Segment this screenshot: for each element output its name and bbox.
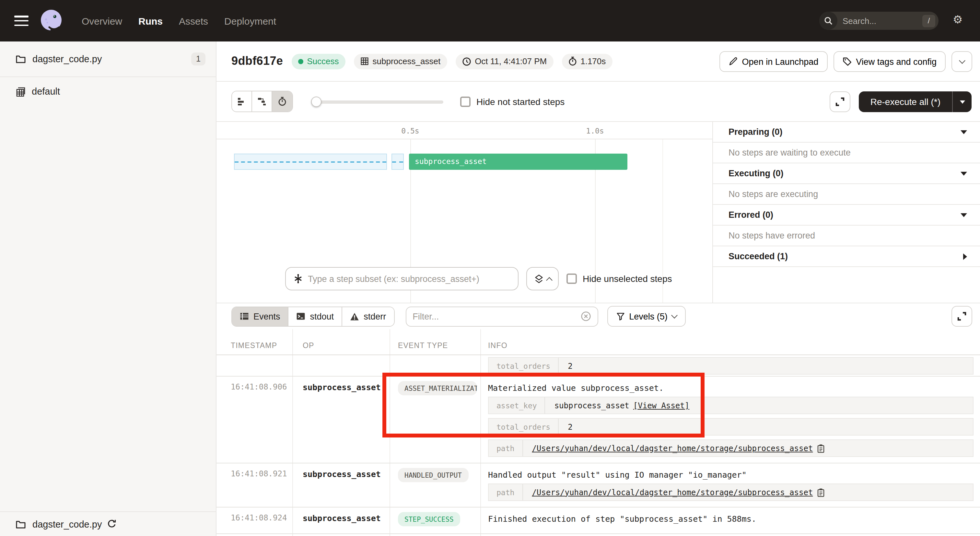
event-metadata: total_orders 2 [488,357,974,375]
view-asset-link[interactable]: [View Asset] [633,401,689,410]
view-timed-icon[interactable] [272,91,292,111]
sidebar-item-job-default[interactable]: default [0,77,216,106]
dagster-logo-icon[interactable] [39,8,64,33]
tab-events[interactable]: Events [232,307,289,326]
event-timestamp[interactable]: 16:41:08.924 [231,513,287,522]
log-view-tabs: Events stdout stderr [231,306,395,326]
event-timestamp[interactable]: 16:41:08.906 [231,382,287,391]
gantt-fullscreen-button[interactable] [830,91,850,112]
caret-icon [961,172,967,175]
events-toolbar: Events stdout stderr Filter... [216,303,980,329]
event-op: subprocess_asset [303,382,381,392]
step-status-section-header[interactable]: Succeeded (1) [713,246,980,267]
run-header: 9dbf617e Success subprocess_asset Oct 11… [216,41,980,82]
view-tags-config-button[interactable]: View tags and config [833,51,946,72]
metadata-value: subprocess_asset [555,401,629,410]
hide-unselected-checkbox[interactable]: Hide unselected steps [566,274,672,284]
primary-nav: Overview Runs Assets Deployment [82,15,276,26]
axis-tick: 0.5s [401,126,419,135]
nav-deployment[interactable]: Deployment [224,15,276,26]
run-header-more-button[interactable] [951,51,972,72]
gantt-step-bar[interactable]: subprocess_asset [409,154,627,170]
copy-icon[interactable] [817,488,825,497]
slider-knob[interactable] [311,96,321,107]
nav-assets[interactable]: Assets [179,15,208,26]
table-row: 16:41:08.924 subprocess_asset STEP_SUCCE… [216,507,980,534]
step-status-section-header[interactable]: Preparing (0) [713,122,980,143]
copy-icon[interactable] [817,444,825,453]
events-section: Events stdout stderr Filter... [216,303,980,536]
tab-stderr[interactable]: stderr [342,307,394,326]
tab-stdout[interactable]: stdout [289,307,342,326]
reload-icon[interactable] [107,519,117,529]
metadata-row: total_orders 2 [488,418,974,436]
sidebar-job-label: default [32,86,60,97]
log-filter-input[interactable]: Filter... [406,306,598,326]
nav-runs[interactable]: Runs [138,15,163,26]
step-status-empty-text: No steps are waiting to execute [713,143,980,163]
step-status-empty-text: No steps are executing [713,184,980,205]
search-input[interactable]: Search... / [819,12,939,30]
run-target-pill[interactable]: subprocess_asset [354,54,447,69]
gear-icon[interactable]: ⚙ [953,14,963,25]
logs-fullscreen-button[interactable] [951,306,972,327]
metadata-value: /Users/yuhan/dev/local/dagster_home/stor… [532,488,813,497]
col-op: OP [293,329,390,355]
layers-icon [534,274,544,283]
view-waterfall-icon[interactable] [252,91,272,111]
re-execute-dropdown[interactable] [952,91,972,112]
gantt-section: 0.5s 1.0s subprocess_asset Type a step s… [216,122,980,303]
sidebar-item-code-location[interactable]: dagster_code.py 1 [0,41,216,77]
re-execute-button[interactable]: Re-execute all (*) [859,91,972,112]
axis-tick: 1.0s [586,126,604,135]
run-id: 9dbf617e [231,54,283,68]
step-status-section-header[interactable]: Executing (0) [713,163,980,184]
expand-icon [835,97,845,107]
caret-down-icon [959,100,965,103]
step-status-section-header[interactable]: Errored (0) [713,205,980,226]
section-title: Preparing (0) [729,127,783,137]
gantt-time-axis: 0.5s 1.0s [216,122,712,139]
table-row: 16:41:09.013 - ENGINE_EVENT Multiprocess… [216,534,980,536]
status-dot-icon [298,59,303,64]
sidebar-footer-code-location[interactable]: dagster_code.py [0,511,216,536]
search-placeholder: Search... [843,16,922,25]
event-type-badge: STEP_SUCCESS [398,512,460,526]
stopwatch-icon [568,56,576,66]
events-table-header: TIMESTAMP OP EVENT TYPE INFO [216,329,980,355]
zoom-slider[interactable] [311,96,443,107]
metadata-label: path [489,484,523,500]
metadata-value: 2 [568,361,572,371]
chevron-down-icon [959,57,965,64]
sidebar-count-badge: 1 [191,52,205,65]
event-timestamp[interactable]: 16:41:08.921 [231,469,287,478]
nav-overview[interactable]: Overview [82,15,122,26]
status-badge: Success [291,54,345,69]
checkbox-icon [566,274,577,284]
table-row: total_orders 2 [216,355,980,377]
col-timestamp: TIMESTAMP [216,329,293,355]
hide-not-started-checkbox[interactable]: Hide not started steps [460,96,565,107]
metadata-value: /Users/yuhan/dev/local/dagster_home/stor… [532,444,813,453]
open-in-launchpad-button[interactable]: Open in Launchpad [719,51,828,72]
metadata-value: 2 [568,422,572,431]
clear-filter-icon[interactable] [581,311,591,321]
gantt-view-segmented-control [231,91,293,112]
checkbox-icon [460,96,471,107]
step-subset-input[interactable]: Type a step subset (ex: subprocess_asset… [285,267,519,290]
gantt-toolbar: Hide not started steps Re-execute all (*… [216,82,980,122]
metadata-row: path /Users/yuhan/dev/local/dagster_home… [488,439,974,457]
events-table: total_orders 2 16:41:08.906 subprocess_a… [216,355,980,536]
levels-filter-button[interactable]: Levels (5) [607,306,686,327]
view-flat-icon[interactable] [232,91,252,111]
metadata-row: total_orders 2 [488,357,974,375]
graph-query-toggle-button[interactable] [526,267,559,290]
section-title: Executing (0) [729,169,784,178]
gantt-waiting-bar [391,154,404,170]
event-type-badge: ASSET_MATERIALIZAT… [398,381,477,395]
warning-icon [350,312,359,321]
metadata-label: path [489,440,523,456]
terminal-icon [296,312,305,320]
menu-icon[interactable] [14,16,29,26]
caret-icon [963,253,967,259]
